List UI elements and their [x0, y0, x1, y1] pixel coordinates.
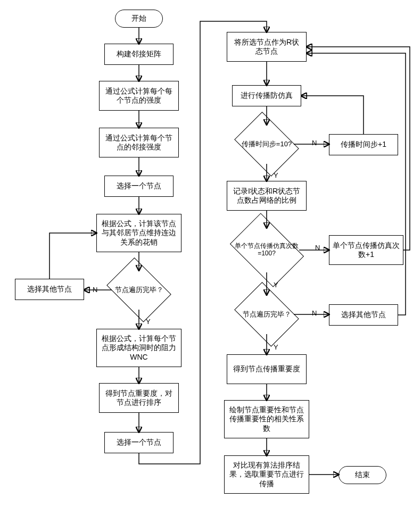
- label-compare: 对比现有算法排序结果，选取重要节点进行传播: [228, 461, 305, 489]
- decision-sim100: 单个节点传播仿真次数=100?: [229, 223, 304, 277]
- label-neigh-strength: 通过公式计算每个节点的邻接强度: [103, 134, 175, 152]
- label-trav1: 节点遍历完毕？: [115, 286, 163, 294]
- process-sim-inc: 单个节点传播仿真次数+1: [329, 235, 403, 265]
- label-sim100: 单个节点传播仿真次数=100?: [233, 243, 301, 257]
- label-strength: 通过公式计算每个每个节点的强度: [103, 87, 175, 105]
- label-select-other-right: 选择其他节点: [341, 310, 386, 320]
- edge-step10-n: N: [309, 137, 320, 148]
- label-select-other-left: 选择其他节点: [27, 285, 72, 294]
- process-cost: 根据公式，计算该节点与其邻居节点维持连边关系的花销: [96, 214, 181, 252]
- decision-trav2: 节点遍历完毕？: [235, 290, 299, 338]
- process-sim: 进行传播防仿真: [232, 85, 301, 106]
- process-rstate: 将所选节点作为R状态节点: [227, 32, 307, 62]
- process-neigh-strength: 通过公式计算每个节点的邻接强度: [99, 128, 179, 157]
- terminator-end: 结束: [338, 466, 386, 484]
- flowchart-arrows: [0, 0, 413, 532]
- label-record: 记录I状态和R状态节点数占网络的比例: [230, 187, 303, 205]
- process-select1: 选择一个节点: [104, 176, 174, 197]
- process-adj: 构建邻接矩阵: [104, 44, 174, 65]
- decision-trav1: 节点遍历完毕？: [107, 266, 171, 314]
- terminator-start: 开始: [115, 10, 163, 28]
- label-step-inc: 传播时间步+1: [341, 140, 386, 149]
- process-wnc: 根据公式，计算每个节点形成结构洞时的阻力WNC: [96, 329, 181, 367]
- process-select-other-right: 选择其他节点: [329, 304, 398, 326]
- edge-step10-y: Y: [270, 170, 282, 181]
- edge-trav2-n: N: [309, 307, 320, 319]
- label-end: 结束: [355, 470, 370, 480]
- label-rank: 得到节点重要度，对节点进行排序: [103, 389, 175, 408]
- label-select1: 选择一个节点: [117, 181, 161, 191]
- process-record: 记录I状态和R状态节点数占网络的比例: [227, 181, 307, 211]
- edge-sim100-y: Y: [270, 279, 282, 290]
- edge-trav1-y: Y: [143, 316, 154, 327]
- label-corr: 绘制节点重要性和节点传播重要性的相关性系数: [228, 405, 305, 434]
- flowchart-canvas: 开始 构建邻接矩阵 通过公式计算每个每个节点的强度 通过公式计算每个节点的邻接强…: [0, 0, 413, 532]
- process-strength: 通过公式计算每个每个节点的强度: [99, 81, 179, 111]
- edge-sim100-n: N: [312, 242, 323, 253]
- process-compare: 对比现有算法排序结果，选取重要节点进行传播: [224, 455, 309, 494]
- label-cost: 根据公式，计算该节点与其邻居节点维持连边关系的花销: [100, 219, 178, 247]
- process-spread-imp: 得到节点传播重要度: [227, 354, 307, 384]
- label-start: 开始: [131, 14, 146, 23]
- label-spread-imp: 得到节点传播重要度: [233, 364, 300, 374]
- decision-step10: 传播时间步=10?: [235, 120, 299, 168]
- label-sim: 进行传播防仿真: [241, 91, 293, 101]
- process-step-inc: 传播时间步+1: [329, 134, 398, 155]
- edge-trav2-y: Y: [270, 342, 282, 353]
- label-trav2: 节点遍历完毕？: [243, 311, 291, 319]
- process-select2: 选择一个节点: [104, 432, 174, 453]
- label-wnc: 根据公式，计算每个节点形成结构洞时的阻力WNC: [100, 334, 178, 362]
- label-sim-inc: 单个节点传播仿真次数+1: [333, 241, 400, 260]
- label-rstate: 将所选节点作为R状态节点: [230, 38, 303, 56]
- process-corr: 绘制节点重要性和节点传播重要性的相关性系数: [224, 400, 309, 438]
- process-rank: 得到节点重要度，对节点进行排序: [99, 383, 179, 413]
- process-select-other-left: 选择其他节点: [15, 279, 84, 300]
- label-step10: 传播时间步=10?: [242, 140, 292, 148]
- label-adj: 构建邻接矩阵: [117, 49, 161, 59]
- label-select2: 选择一个节点: [117, 438, 161, 447]
- edge-trav1-n: N: [89, 284, 101, 295]
